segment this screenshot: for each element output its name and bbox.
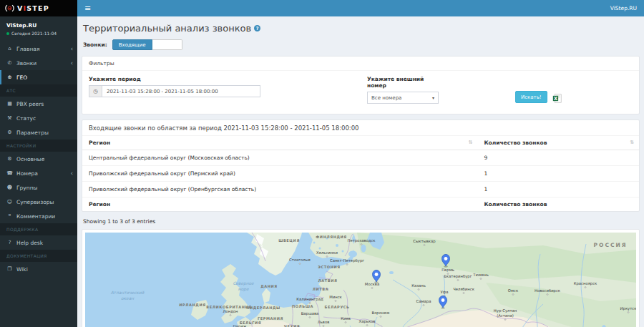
map-label: ЛИТВА xyxy=(313,287,328,291)
sidebar-item-zvonki[interactable]: ✆Звонки‹ xyxy=(0,56,77,70)
external-number-field: Укажите внешний номер Все номера ▾ xyxy=(367,76,439,104)
user-icon: ☺ xyxy=(6,199,13,205)
logo[interactable]: VISTEP xyxy=(0,0,77,16)
gear-icon: ⚙ xyxy=(6,156,13,162)
cell-count: 9 xyxy=(477,150,639,166)
user-panel: ViStep.RU Сегодня 2021-11-04 xyxy=(0,16,77,40)
sidebar-item-wiki[interactable]: ❒Wiki xyxy=(0,262,77,276)
incoming-calls-button[interactable]: Входящие xyxy=(112,39,152,50)
city-dot-icon xyxy=(345,322,346,323)
chevron-left-icon: ‹ xyxy=(70,60,73,67)
map-label: Харьков xyxy=(359,319,376,324)
sidebar-item-label: Статус xyxy=(16,115,36,122)
sidebar-section-podderzhka: ПОДДЕРЖКА xyxy=(0,223,77,235)
sort-icon[interactable]: ⇅ xyxy=(469,140,473,145)
sidebar-item-label: Комментарии xyxy=(16,213,55,220)
sidebar-item-label: Главная xyxy=(16,46,39,52)
map-label: ДАНИЯ xyxy=(260,284,278,288)
map-label: Сыктывкар xyxy=(413,239,436,244)
sidebar-item-label: Wiki xyxy=(16,266,28,273)
table-row: Центральный федеральный округ (Московска… xyxy=(82,150,639,166)
sidebar-item-parametry[interactable]: ⚙Параметры xyxy=(0,125,77,140)
sidebar: VISTEP ViStep.RU Сегодня 2021-11-04 ⌂Гла… xyxy=(0,0,77,327)
page-title: Территориальный анализ звонков ? xyxy=(83,23,638,34)
vistep-logo-icon xyxy=(5,4,14,13)
sidebar-item-geo[interactable]: ⊕ГЕО xyxy=(0,70,77,84)
sidebar-item-glavnaya[interactable]: ⌂Главная‹ xyxy=(0,42,77,56)
results-box: Входящие звонки по областям за период 20… xyxy=(82,119,640,212)
calls-toggle-label: Звонки: xyxy=(83,42,107,48)
map-label: океан xyxy=(121,296,135,301)
sidebar-item-help-desk[interactable]: ?Help desk xyxy=(0,235,77,250)
sidebar-item-nomera[interactable]: ☎Номера‹ xyxy=(0,166,77,180)
external-number-label: Укажите внешний номер xyxy=(367,76,439,89)
map-label: Воронеж xyxy=(372,311,390,316)
sidebar-item-pbx-peers[interactable]: ▦PBX peers xyxy=(0,97,77,111)
map-label: Хельсинки xyxy=(316,250,338,255)
map-label: БЕЛАРУСЬ xyxy=(324,305,349,309)
map-label: Санкт-Петербург xyxy=(330,258,364,263)
sidebar-item-gruppy[interactable]: ☻Группы xyxy=(0,180,77,195)
column-header-region[interactable]: Регион ⇅ xyxy=(82,136,477,150)
filters-box: Фильтры Укажите период ◷ Укажите внешний… xyxy=(82,56,640,114)
city-dot-icon xyxy=(424,245,425,246)
globe-icon: ⊕ xyxy=(6,74,13,80)
help-icon[interactable]: ? xyxy=(254,25,260,31)
map-label: Уфа xyxy=(440,290,448,295)
footer-header-count: Количество звонков xyxy=(477,197,639,212)
map-label: Атлантический xyxy=(111,291,145,295)
sidebar-menu: ⌂Главная‹✆Звонки‹⊕ГЕОАТС▦PBX peers⚒Стату… xyxy=(0,42,77,276)
map-label: ЭСТОНИЯ xyxy=(318,265,340,269)
city-dot-icon xyxy=(309,303,311,304)
map[interactable]: АтлантическийокеанСеверноемореИРЛАНДИЯВЕ… xyxy=(85,233,636,327)
external-number-select[interactable]: Все номера ▾ xyxy=(367,92,439,104)
map-label: Киев xyxy=(341,316,351,321)
map-label: ЧЕХИЯ xyxy=(284,324,300,327)
sidebar-item-label: Звонки xyxy=(16,60,36,67)
navbar: ≡ ViStep.RU xyxy=(77,0,644,16)
sidebar-item-status[interactable]: ⚒Статус xyxy=(0,111,77,125)
column-header-count[interactable]: Количество звонков ⇅ xyxy=(477,136,639,150)
sidebar-item-kommentarii[interactable]: ❝Комментарии xyxy=(0,209,77,223)
sidebar-item-supervizory[interactable]: ☺Супервизоры xyxy=(0,195,77,209)
filters-body: Укажите период ◷ Укажите внешний номер В… xyxy=(82,71,639,114)
user-name: ViStep.RU xyxy=(6,22,71,29)
city-dot-icon xyxy=(361,244,362,245)
calls-direction-toggle: Звонки: Входящие xyxy=(83,39,638,51)
map-label: Красноярск xyxy=(574,281,597,286)
excel-export-icon[interactable]: X xyxy=(552,94,562,103)
city-dot-icon xyxy=(423,305,424,306)
city-dot-icon xyxy=(418,289,419,291)
chevron-left-icon: ‹ xyxy=(70,46,73,52)
map-label: Челябинск xyxy=(453,287,475,291)
period-field: Укажите период ◷ xyxy=(89,76,260,97)
city-dot-icon xyxy=(366,325,368,326)
hamburger-menu-icon[interactable]: ≡ xyxy=(84,4,91,12)
navbar-account-link[interactable]: ViStep.RU xyxy=(610,5,637,11)
user-status-text: Сегодня 2021-11-04 xyxy=(11,31,57,36)
sort-icon[interactable]: ⇅ xyxy=(630,140,634,145)
map-label: Тюмень xyxy=(472,273,489,277)
question-icon: ? xyxy=(6,240,13,245)
city-dot-icon xyxy=(380,316,381,318)
city-dot-icon xyxy=(512,294,514,296)
period-input[interactable] xyxy=(102,86,260,97)
map-label: Иркутск xyxy=(620,306,636,311)
map-label: Лондон xyxy=(223,309,238,313)
map-label: море xyxy=(238,287,249,292)
outgoing-calls-button[interactable] xyxy=(152,39,182,50)
regions-table: Регион ⇅ Количество звонков ⇅ Центральны… xyxy=(82,136,639,211)
user-status: Сегодня 2021-11-04 xyxy=(6,31,71,36)
map-label: Омск xyxy=(508,288,519,293)
map-label: Париж xyxy=(233,324,247,327)
svg-text:X: X xyxy=(554,96,557,102)
chevron-down-icon: ▾ xyxy=(432,95,434,100)
content: Территориальный анализ звонков ? Звонки:… xyxy=(77,16,644,327)
search-button[interactable]: Искать! xyxy=(515,91,547,103)
filters-box-title: Фильтры xyxy=(82,57,639,71)
clock-icon: ◷ xyxy=(89,86,102,97)
map-label: Львов xyxy=(318,320,330,324)
map-canvas: АтлантическийокеанСеверноемореИРЛАНДИЯВЕ… xyxy=(85,233,636,327)
sidebar-item-osnovnye[interactable]: ⚙Основные xyxy=(0,152,77,166)
table-row: Приволжский федеральный округ (Пермский … xyxy=(82,166,639,182)
